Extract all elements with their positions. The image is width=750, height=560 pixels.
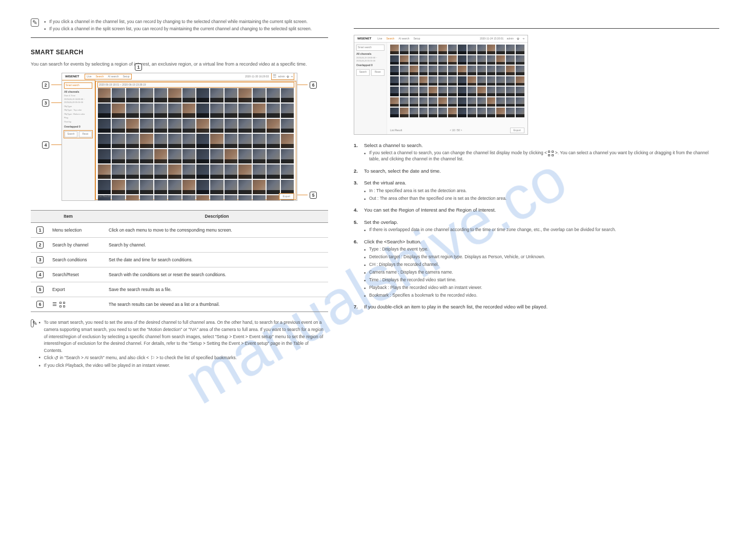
nav-search[interactable]: Search bbox=[96, 75, 104, 78]
header-user[interactable]: admin bbox=[278, 75, 285, 78]
result-thumbnail[interactable] bbox=[281, 164, 294, 179]
result-thumbnail[interactable] bbox=[477, 76, 486, 86]
result-thumbnail[interactable] bbox=[506, 108, 515, 117]
result-thumbnail[interactable] bbox=[210, 180, 223, 194]
power-icon[interactable]: ⏻ bbox=[517, 37, 519, 40]
result-thumbnail[interactable] bbox=[225, 88, 237, 102]
result-thumbnail[interactable] bbox=[429, 97, 437, 107]
result-thumbnail[interactable] bbox=[281, 119, 294, 133]
result-thumbnail[interactable] bbox=[253, 180, 266, 194]
search-button[interactable]: Search bbox=[65, 131, 77, 137]
result-thumbnail[interactable] bbox=[496, 66, 505, 75]
result-thumbnail[interactable] bbox=[238, 88, 251, 102]
result-thumbnail[interactable] bbox=[225, 119, 237, 133]
result-thumbnail[interactable] bbox=[468, 66, 476, 75]
result-thumbnail[interactable] bbox=[400, 45, 409, 54]
sidebar-objtype2[interactable]: ObjType : Bottom color bbox=[64, 113, 92, 116]
result-thumbnail[interactable] bbox=[196, 103, 209, 118]
result-thumbnail[interactable] bbox=[238, 149, 251, 163]
result-thumbnail[interactable] bbox=[458, 97, 467, 107]
result-thumbnail[interactable] bbox=[496, 97, 505, 107]
list-icon[interactable] bbox=[273, 73, 276, 79]
result-thumbnail[interactable] bbox=[253, 103, 266, 118]
result-thumbnail[interactable] bbox=[183, 103, 195, 118]
result-thumbnail[interactable] bbox=[506, 66, 515, 75]
result-thumbnail[interactable] bbox=[126, 164, 139, 179]
result-thumbnail[interactable] bbox=[238, 134, 251, 148]
result-thumbnail[interactable] bbox=[154, 180, 167, 194]
result-thumbnail[interactable] bbox=[419, 66, 428, 75]
result-thumbnail[interactable] bbox=[477, 97, 486, 107]
sidebar-datetime-value[interactable]: 2020-06-19 18:00:00 ~ 2020-06-20 05:59:5… bbox=[356, 56, 384, 62]
result-thumbnail[interactable] bbox=[98, 88, 111, 102]
pager[interactable]: < 10 / 50 > bbox=[188, 195, 200, 198]
result-thumbnail[interactable] bbox=[506, 87, 515, 96]
result-thumbnail[interactable] bbox=[400, 66, 409, 75]
result-thumbnail[interactable] bbox=[487, 76, 496, 86]
result-thumbnail[interactable] bbox=[506, 55, 515, 65]
result-thumbnail[interactable] bbox=[98, 180, 111, 194]
result-thumbnail[interactable] bbox=[140, 88, 153, 102]
result-thumbnail[interactable] bbox=[140, 164, 153, 179]
result-thumbnail[interactable] bbox=[210, 134, 223, 148]
result-thumbnail[interactable] bbox=[438, 97, 447, 107]
result-thumbnail[interactable] bbox=[448, 108, 457, 117]
result-thumbnail[interactable] bbox=[410, 45, 418, 54]
power-icon[interactable]: ⏻ bbox=[287, 75, 289, 78]
result-thumbnail[interactable] bbox=[438, 45, 447, 54]
result-thumbnail[interactable] bbox=[168, 88, 181, 102]
result-thumbnail[interactable] bbox=[458, 87, 467, 96]
result-thumbnail[interactable] bbox=[281, 103, 294, 118]
result-thumbnail[interactable] bbox=[468, 97, 476, 107]
result-thumbnail[interactable] bbox=[516, 45, 524, 54]
result-thumbnail[interactable] bbox=[506, 76, 515, 86]
result-thumbnail[interactable] bbox=[154, 134, 167, 148]
result-thumbnail[interactable] bbox=[196, 149, 209, 163]
result-thumbnail[interactable] bbox=[506, 45, 515, 54]
result-thumbnail[interactable] bbox=[210, 88, 223, 102]
result-thumbnail[interactable] bbox=[253, 119, 266, 133]
result-thumbnail[interactable] bbox=[168, 119, 181, 133]
result-thumbnail[interactable] bbox=[168, 103, 181, 118]
result-thumbnail[interactable] bbox=[468, 45, 476, 54]
result-thumbnail[interactable] bbox=[253, 149, 266, 163]
nav-live[interactable]: Live bbox=[377, 37, 382, 40]
result-thumbnail[interactable] bbox=[210, 119, 223, 133]
result-thumbnail[interactable] bbox=[477, 108, 486, 117]
result-thumbnail[interactable] bbox=[267, 119, 279, 133]
result-thumbnail[interactable] bbox=[477, 45, 486, 54]
result-thumbnail[interactable] bbox=[196, 134, 209, 148]
result-thumbnail[interactable] bbox=[140, 134, 153, 148]
result-thumbnail[interactable] bbox=[183, 88, 195, 102]
result-thumbnail[interactable] bbox=[196, 164, 209, 179]
result-thumbnail[interactable] bbox=[487, 45, 496, 54]
sidebar-tab[interactable]: Smart search bbox=[356, 45, 384, 51]
nav-setup[interactable]: Setup bbox=[414, 37, 420, 40]
result-thumbnail[interactable] bbox=[210, 164, 223, 179]
result-thumbnail[interactable] bbox=[154, 164, 167, 179]
sidebar-overlap-value[interactable]: Overlapped 0 bbox=[356, 64, 384, 67]
result-thumbnail[interactable] bbox=[225, 134, 237, 148]
reset-button[interactable]: Reset bbox=[371, 69, 384, 75]
result-thumbnail[interactable] bbox=[168, 180, 181, 194]
result-thumbnail[interactable] bbox=[516, 97, 524, 107]
result-thumbnail[interactable] bbox=[390, 76, 399, 86]
result-thumbnail[interactable] bbox=[429, 45, 437, 54]
result-thumbnail[interactable] bbox=[281, 149, 294, 163]
result-thumbnail[interactable] bbox=[98, 134, 111, 148]
result-thumbnail[interactable] bbox=[98, 164, 111, 179]
result-thumbnail[interactable] bbox=[448, 45, 457, 54]
export-button[interactable]: Export bbox=[279, 194, 294, 199]
result-thumbnail[interactable] bbox=[419, 76, 428, 86]
result-thumbnail[interactable] bbox=[468, 55, 476, 65]
logout-icon[interactable]: ➜ bbox=[291, 75, 293, 78]
result-thumbnail[interactable] bbox=[400, 108, 409, 117]
result-thumbnail[interactable] bbox=[281, 88, 294, 102]
result-thumbnail[interactable] bbox=[477, 55, 486, 65]
result-thumbnail[interactable] bbox=[410, 97, 418, 107]
result-thumbnail[interactable] bbox=[468, 76, 476, 86]
result-thumbnail[interactable] bbox=[183, 119, 195, 133]
result-thumbnail[interactable] bbox=[438, 87, 447, 96]
result-thumbnail[interactable] bbox=[281, 180, 294, 194]
result-thumbnail[interactable] bbox=[267, 88, 279, 102]
